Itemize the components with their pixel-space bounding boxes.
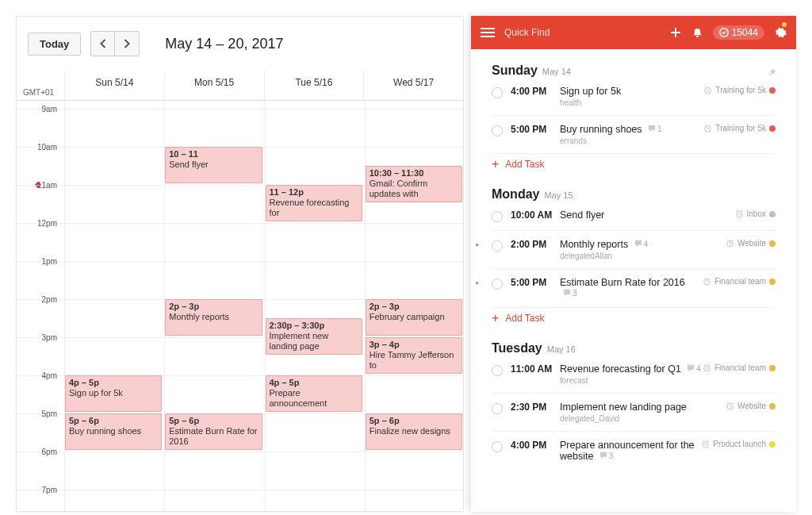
expand-icon[interactable]: ▸ <box>476 279 480 286</box>
todoist-panel: Quick Find 15044 SundayMay 144:00 PMSign… <box>471 16 796 512</box>
task-time: 2:30 PM <box>511 402 560 413</box>
day-section: TuesdayMay 1611:00 AMRevenue forecasting… <box>492 341 776 470</box>
task-title: Buy running shoes 1 <box>560 124 703 135</box>
project-color-icon <box>769 441 776 448</box>
task-checkbox[interactable] <box>492 87 503 98</box>
settings-icon[interactable] <box>774 26 787 39</box>
task-row[interactable]: 4:00 PMPrepare announcement for the webs… <box>492 432 776 470</box>
task-checkbox[interactable] <box>492 403 503 414</box>
task-main: Buy running shoes 1errands <box>560 124 703 145</box>
add-task-button[interactable]: +Add Task <box>492 154 776 181</box>
task-meta: Financial team <box>703 277 776 286</box>
project-label[interactable]: Inbox <box>747 209 766 218</box>
expand-icon[interactable]: ▸ <box>476 240 480 248</box>
calendar-toolbar: Today May 14 – 20, 2017 <box>17 17 463 63</box>
hour-label: 11am <box>17 181 60 190</box>
project-label[interactable]: Website <box>737 239 766 248</box>
task-time: 4:00 PM <box>511 440 560 451</box>
project-color-icon <box>769 365 776 371</box>
task-checkbox[interactable] <box>492 365 503 376</box>
add-task-button[interactable]: +Add Task <box>492 308 776 335</box>
calendar-event[interactable]: 2p – 3pFebruary campaign <box>366 299 462 336</box>
comment-count[interactable]: 4 <box>687 364 701 373</box>
comment-count[interactable]: 3 <box>563 289 577 298</box>
task-checkbox[interactable] <box>492 211 503 222</box>
task-list: SundayMay 144:00 PMSign up for 5khealthT… <box>471 49 796 509</box>
calendar-event[interactable]: 11 – 12pRevenue forecasting for <box>266 185 362 221</box>
plus-icon: + <box>492 159 499 169</box>
calendar-event[interactable]: 10:30 – 11:30Gmail: Confirm updates with <box>366 166 462 202</box>
task-time: 2:00 PM <box>511 239 560 250</box>
calendar-event[interactable]: 10 – 11Send flyer <box>165 147 262 183</box>
task-row[interactable]: ▸5:00 PMEstimate Burn Rate for 2016 3Fin… <box>492 269 776 308</box>
hour-label: 4pm <box>17 371 60 380</box>
hour-label: 5pm <box>17 409 60 418</box>
project-label[interactable]: Product launch <box>713 440 766 448</box>
menu-icon[interactable] <box>481 28 495 37</box>
task-checkbox[interactable] <box>492 125 503 136</box>
calendar-event[interactable]: 5p – 6pBuy running shoes <box>65 413 162 450</box>
project-label[interactable]: Website <box>737 402 766 410</box>
comment-count[interactable]: 4 <box>634 240 649 248</box>
hour-row: 9am <box>17 109 463 147</box>
project-label[interactable]: Training for 5k <box>715 86 766 94</box>
task-main: Monthly reports 4delegatedAllan <box>560 239 726 260</box>
task-row[interactable]: 5:00 PMBuy running shoes 1errandsTrainin… <box>492 116 776 154</box>
task-time: 11:00 AM <box>511 363 560 375</box>
task-main: Send flyer <box>560 209 735 221</box>
task-row[interactable]: 2:30 PMImplement new landing pagedelegat… <box>492 394 776 432</box>
hour-row: 7pm <box>17 490 463 512</box>
prev-button[interactable] <box>91 32 115 56</box>
day-header[interactable]: Wed 5/17 <box>363 71 463 100</box>
project-label[interactable]: Training for 5k <box>715 124 766 133</box>
reminder-icon <box>735 209 744 218</box>
task-row[interactable]: 10:00 AMSend flyerInbox <box>492 202 776 231</box>
day-header[interactable]: Mon 5/15 <box>164 71 264 100</box>
date-nav <box>90 31 140 56</box>
reminder-icon <box>701 440 710 448</box>
task-row[interactable]: 4:00 PMSign up for 5khealthTraining for … <box>492 78 776 116</box>
project-label[interactable]: Financial team <box>714 277 766 286</box>
project-color-icon <box>769 125 776 132</box>
day-name: Monday <box>492 187 539 202</box>
hour-label: 12pm <box>17 219 60 228</box>
day-header[interactable]: Sun 5/14 <box>64 71 164 100</box>
task-row[interactable]: ▸2:00 PMMonthly reports 4delegatedAllanW… <box>492 231 776 269</box>
calendar-body[interactable]: 9am10am11am12pm1pm2pm3pm4pm5pm6pm7pm10 –… <box>17 101 463 512</box>
comment-count[interactable]: 1 <box>648 125 662 133</box>
calendar-event[interactable]: 4p – 5pPrepare announcement <box>266 375 362 412</box>
project-label[interactable]: Financial team <box>714 363 766 372</box>
hour-label: 1pm <box>17 257 60 266</box>
task-title: Send flyer <box>560 209 735 221</box>
karma-score[interactable]: 15044 <box>713 25 764 40</box>
task-title: Implement new landing page <box>560 402 726 413</box>
hour-row: 12pm <box>17 223 463 261</box>
project-color-icon <box>769 403 776 409</box>
calendar-event[interactable]: 5p – 6pFinalize new designs <box>366 413 462 450</box>
task-checkbox[interactable] <box>492 441 503 452</box>
reminder-icon <box>726 402 734 410</box>
next-button[interactable] <box>115 32 139 56</box>
comment-count[interactable]: 3 <box>599 452 614 460</box>
task-main: Sign up for 5khealth <box>560 86 703 107</box>
calendar-event[interactable]: 2:30p – 3:30pImplement new landing page <box>266 318 362 355</box>
hour-label: 10am <box>17 143 60 152</box>
hour-label: 7pm <box>17 486 60 494</box>
task-checkbox[interactable] <box>492 240 503 252</box>
today-button[interactable]: Today <box>28 33 81 56</box>
project-color-icon <box>769 87 776 94</box>
calendar-event[interactable]: 5p – 6pEstimate Burn Rate for 2016 <box>165 413 262 450</box>
task-checkbox[interactable] <box>492 279 503 290</box>
timezone-label: GMT+01 <box>17 71 64 100</box>
calendar-event[interactable]: 3p – 4pHire Tammy Jefferson to <box>366 337 462 374</box>
add-task-icon[interactable] <box>669 26 682 39</box>
project-color-icon <box>769 240 776 247</box>
calendar-event[interactable]: 2p – 3pMonthly reports <box>165 299 262 336</box>
notifications-icon[interactable] <box>691 27 703 39</box>
quick-find-input[interactable]: Quick Find <box>504 27 660 38</box>
task-meta: Website <box>726 402 776 410</box>
chevron-right-icon <box>124 39 131 48</box>
task-row[interactable]: 11:00 AMRevenue forecasting for Q1 4fore… <box>492 356 776 394</box>
day-header[interactable]: Tue 5/16 <box>264 71 364 100</box>
calendar-event[interactable]: 4p – 5pSign up for 5k <box>65 375 162 412</box>
